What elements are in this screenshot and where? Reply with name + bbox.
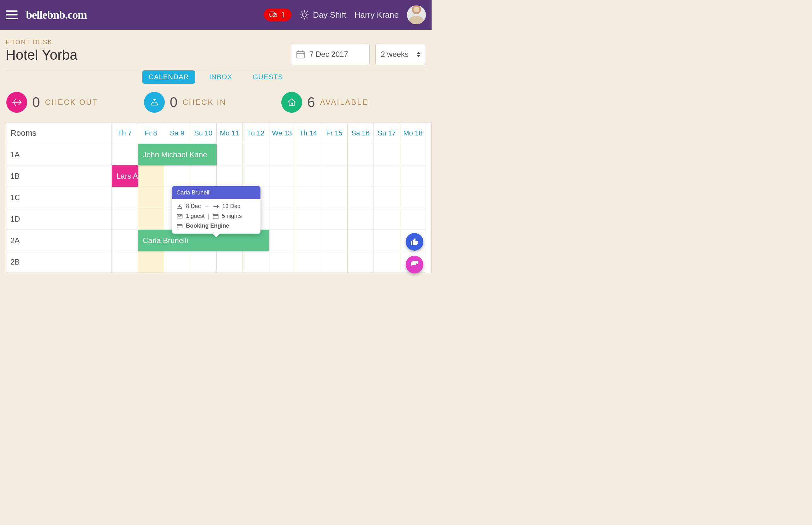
tab-calendar[interactable]: CALENDAR [142,71,195,84]
calendar-cell[interactable] [164,251,190,273]
checkin-label: CHECK IN [182,98,226,107]
messages-button[interactable]: 1 [264,9,291,21]
calendar-cell[interactable] [348,230,374,251]
calendar-cell[interactable] [374,144,400,165]
day-header[interactable]: Th 14 [295,122,321,144]
calendar-cell[interactable] [112,251,138,273]
calendar-cell[interactable] [295,230,321,251]
day-header[interactable]: Th 7 [112,122,138,144]
calendar-icon [212,213,219,220]
calendar-cell[interactable] [216,144,243,165]
calendar-cell[interactable] [295,251,321,273]
day-header[interactable]: Su 10 [190,122,216,144]
day-header[interactable]: We 13 [269,122,295,144]
room-label[interactable]: 2A [6,230,112,251]
calendar-cell[interactable] [243,165,269,187]
room-label[interactable]: 1D [6,208,112,230]
room-label[interactable]: 1B [6,165,112,187]
room-label[interactable]: 2B [6,251,112,273]
booking-block[interactable]: Lars Andersson [112,165,138,187]
calendar-cell[interactable] [243,251,269,273]
calendar-cell[interactable] [269,251,295,273]
day-header[interactable]: Sa 9 [164,122,190,144]
booking-block[interactable]: John Michael Kane [138,144,216,165]
room-label[interactable]: 1C [6,187,112,208]
bell-icon [149,97,160,108]
calendar-cell[interactable] [348,144,374,165]
calendar-cell[interactable] [321,208,348,230]
calendar-cell[interactable] [295,208,321,230]
range-select[interactable]: 2 weeks [375,44,426,65]
calendar-cell[interactable] [374,230,400,251]
calendar-cell[interactable] [374,251,400,273]
messages-count: 1 [281,11,285,19]
feedback-fab[interactable] [406,233,423,251]
calendar-cell[interactable] [321,187,348,208]
chat-icon [268,11,278,19]
day-header[interactable]: Su 17 [374,122,400,144]
plane-icon [213,203,219,210]
stat-checkin[interactable]: 0 CHECK IN [144,92,282,113]
calendar-cell[interactable] [374,208,400,230]
calendar-cell[interactable] [243,144,269,165]
calendar-cell[interactable] [295,165,321,187]
calendar-cell[interactable] [216,165,243,187]
calendar-cell[interactable] [164,165,190,187]
calendar-cell[interactable] [348,187,374,208]
calendar-cell[interactable] [269,165,295,187]
stats-row: 0 CHECK OUT 0 CHECK IN 6 AVAILABLE [0,84,432,122]
calendar-cell[interactable] [400,144,426,165]
shift-toggle[interactable]: Day Shift [300,10,346,20]
calendar-cell[interactable] [321,165,348,187]
avatar[interactable] [407,5,426,24]
room-label[interactable]: 1A [6,144,112,165]
range-value: 2 weeks [381,50,408,59]
calendar-cell[interactable] [400,165,426,187]
calendar-cell[interactable] [321,144,348,165]
calendar-cell[interactable] [138,187,164,208]
calendar-cell[interactable] [400,187,426,208]
stat-checkout[interactable]: 0 CHECK OUT [6,92,144,113]
day-header[interactable]: Mo 11 [216,122,243,144]
calendar-cell[interactable] [112,187,138,208]
support-chat-fab[interactable] [406,256,423,273]
day-header[interactable]: Sa 16 [348,122,374,144]
menu-button[interactable] [6,11,18,19]
calendar-cell[interactable] [269,144,295,165]
date-picker[interactable]: 7 Dec 2017 [291,44,370,65]
calendar-cell[interactable] [348,208,374,230]
tab-inbox[interactable]: INBOX [203,71,238,84]
tab-guests[interactable]: GUESTS [246,71,289,84]
stat-available[interactable]: 6 AVAILABLE [281,92,419,113]
calendar-cell[interactable] [138,165,164,187]
day-header[interactable]: Mo 18 [400,122,426,144]
bell-icon [177,203,183,210]
calendar-cell[interactable] [269,230,295,251]
day-header[interactable]: Fr 8 [138,122,164,144]
calendar-cell[interactable] [374,165,400,187]
calendar-cell[interactable] [321,230,348,251]
day-header[interactable]: Tu 12 [243,122,269,144]
calendar-cell[interactable] [138,251,164,273]
user-menu[interactable]: Harry Krane [355,10,399,20]
calendar-cell[interactable] [112,144,138,165]
calendar-cell[interactable] [190,165,216,187]
calendar-cell[interactable] [190,251,216,273]
checkout-label: CHECK OUT [45,98,98,107]
calendar-cell[interactable] [216,251,243,273]
calendar-cell[interactable] [112,208,138,230]
calendar-cell[interactable] [295,144,321,165]
calendar-cell[interactable] [321,251,348,273]
calendar-cell[interactable] [112,230,138,251]
calendar-cell[interactable] [269,187,295,208]
calendar-cell[interactable] [269,208,295,230]
calendar-cell[interactable] [374,187,400,208]
calendar-cell[interactable] [348,251,374,273]
calendar-cell[interactable] [348,165,374,187]
day-header[interactable]: Fr 15 [321,122,348,144]
brand-logo[interactable]: bellebnb.com [26,8,87,21]
calendar-cell[interactable] [295,187,321,208]
calendar-cell[interactable] [138,208,164,230]
calendar-cell[interactable] [400,208,426,230]
rooms-header: Rooms [6,122,112,144]
